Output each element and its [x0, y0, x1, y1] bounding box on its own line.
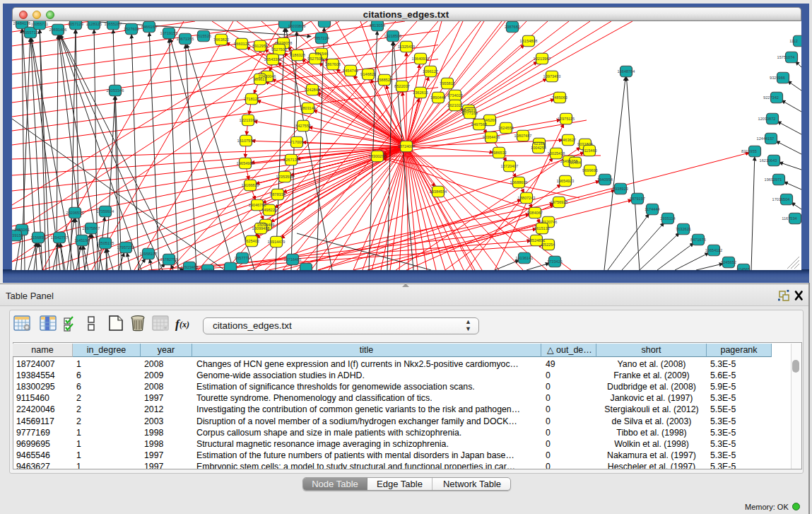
svg-text:9660124: 9660124: [234, 42, 249, 46]
svg-text:7986532: 7986532: [491, 151, 507, 155]
svg-text:12975115: 12975115: [558, 117, 575, 121]
svg-text:19756928: 19756928: [551, 200, 568, 204]
svg-text:15226058: 15226058: [275, 41, 293, 45]
svg-text:924565: 924565: [737, 267, 751, 270]
svg-text:1156859: 1156859: [30, 235, 45, 240]
svg-text:9463627: 9463627: [560, 138, 576, 142]
svg-text:9329966: 9329966: [770, 76, 785, 80]
svg-text:8938923: 8938923: [613, 187, 628, 191]
svg-text:7485063: 7485063: [552, 95, 567, 100]
svg-text:1588520: 1588520: [377, 78, 392, 82]
svg-text:(x): (x): [180, 320, 189, 329]
svg-text:1167534: 1167534: [782, 216, 796, 221]
svg-text:1890448: 1890448: [430, 95, 446, 100]
svg-text:18724007: 18724007: [398, 144, 416, 148]
svg-text:1362615: 1362615: [413, 90, 428, 95]
svg-text:26053346: 26053346: [107, 88, 124, 93]
svg-text:9527508: 9527508: [307, 57, 323, 61]
svg-text:16648784: 16648784: [618, 69, 635, 74]
svg-text:7632621: 7632621: [676, 227, 691, 231]
svg-text:1621022: 1621022: [447, 103, 463, 107]
svg-text:1939150: 1939150: [12, 233, 23, 238]
svg-text:20206536: 20206536: [66, 211, 84, 215]
svg-text:8427552: 8427552: [295, 124, 311, 128]
svg-text:9031804: 9031804: [577, 142, 593, 146]
svg-text:1615132: 1615132: [534, 226, 550, 230]
svg-text:9242848: 9242848: [305, 88, 320, 92]
svg-text:1485061: 1485061: [14, 228, 30, 232]
svg-text:12353594: 12353594: [276, 175, 294, 179]
svg-text:8267130: 8267130: [283, 158, 299, 162]
svg-text:16099488: 16099488: [252, 226, 270, 230]
svg-text:10025438: 10025438: [548, 151, 565, 156]
svg-text:1640954: 1640954: [597, 177, 613, 182]
svg-text:16914479: 16914479: [268, 240, 286, 244]
svg-text:20484176: 20484176: [13, 21, 31, 25]
svg-text:17359924: 17359924: [97, 209, 114, 214]
svg-text:20364436: 20364436: [483, 135, 500, 139]
svg-text:1055713: 1055713: [23, 30, 38, 35]
svg-text:6734028: 6734028: [447, 93, 463, 98]
svg-text:12213967: 12213967: [534, 57, 551, 61]
svg-text:2867608: 2867608: [325, 62, 341, 66]
svg-text:19046786: 19046786: [249, 203, 266, 207]
svg-text:7955812: 7955812: [440, 81, 455, 86]
svg-text:19218506: 19218506: [384, 34, 402, 38]
svg-text:19166829: 19166829: [242, 183, 259, 187]
svg-text:7515526: 7515526: [196, 34, 211, 38]
svg-text:8522037: 8522037: [394, 84, 410, 88]
svg-text:10958107: 10958107: [140, 252, 158, 256]
svg-text:19692971: 19692971: [765, 177, 782, 182]
svg-text:6879197: 6879197: [630, 197, 645, 201]
svg-text:9146821: 9146821: [360, 72, 376, 76]
svg-text:6466160: 6466160: [141, 25, 157, 29]
svg-text:8186328: 8186328: [290, 53, 305, 57]
svg-text:3624554: 3624554: [498, 126, 514, 130]
svg-text:12213369: 12213369: [240, 118, 257, 122]
svg-text:1112: 1112: [789, 39, 798, 43]
svg-text:8878334: 8878334: [270, 192, 286, 197]
svg-text:15720407: 15720407: [501, 164, 519, 168]
svg-text:12942757: 12942757: [51, 235, 69, 240]
svg-text:10120746: 10120746: [540, 220, 558, 224]
svg-text:10973493: 10973493: [543, 74, 561, 78]
svg-text:19384554: 19384554: [430, 189, 447, 194]
svg-text:10654112: 10654112: [705, 248, 722, 252]
svg-text:18300295: 18300295: [369, 154, 387, 158]
svg-text:9777169: 9777169: [462, 111, 478, 115]
svg-text:10688609: 10688609: [510, 180, 528, 185]
svg-text:16543382: 16543382: [264, 57, 282, 62]
svg-text:2718126: 2718126: [244, 97, 259, 101]
svg-text:1004254: 1004254: [531, 146, 546, 150]
svg-text:8912954: 8912954: [252, 44, 268, 48]
svg-text:10655287: 10655287: [105, 22, 122, 26]
svg-text:2087682: 2087682: [505, 25, 520, 29]
svg-text:7663822: 7663822: [213, 37, 229, 42]
svg-text:1174444: 1174444: [645, 207, 659, 211]
svg-text:13716485: 13716485: [284, 257, 302, 262]
svg-text:12093872: 12093872: [758, 117, 776, 121]
svg-text:15751074: 15751074: [777, 55, 795, 59]
svg-text:9227342: 9227342: [763, 95, 779, 100]
svg-text:11325419: 11325419: [398, 45, 415, 49]
svg-text:19654923: 19654923: [557, 179, 575, 183]
svg-text:8471676: 8471676: [690, 238, 706, 242]
svg-text:1145194: 1145194: [74, 238, 89, 243]
svg-text:9527500: 9527500: [271, 47, 287, 52]
svg-text:10719155: 10719155: [160, 31, 178, 35]
svg-text:7625402: 7625402: [244, 239, 259, 243]
svg-text:1733426: 1733426: [547, 259, 563, 264]
svg-text:16033809: 16033809: [288, 24, 306, 28]
svg-text:7857224: 7857224: [314, 36, 329, 40]
svg-text:252254: 252254: [542, 243, 555, 247]
svg-text:19654985: 19654985: [237, 161, 254, 165]
svg-text:717006: 717006: [290, 140, 304, 144]
svg-text:96484: 96484: [570, 160, 581, 165]
svg-text:20691406: 20691406: [49, 28, 67, 32]
svg-text:9699695: 9699695: [582, 168, 598, 173]
svg-text:16107553: 16107553: [237, 139, 255, 143]
svg-text:12505135: 12505135: [97, 241, 114, 245]
svg-text:12444157: 12444157: [757, 136, 775, 141]
svg-text:15640910: 15640910: [412, 57, 430, 61]
svg-text:1057129: 1057129: [68, 22, 83, 26]
